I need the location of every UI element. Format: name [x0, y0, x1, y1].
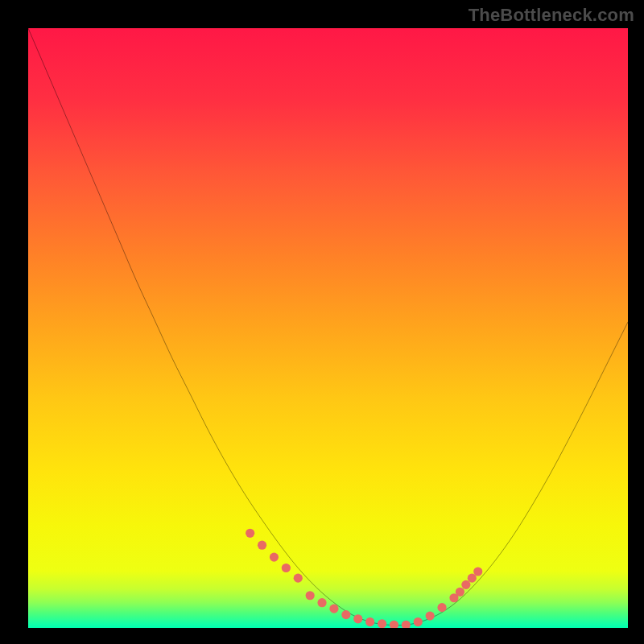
- watermark-text: TheBottleneck.com: [469, 5, 634, 26]
- marker-dot: [353, 614, 362, 623]
- marker-dot: [426, 612, 435, 621]
- marker-dot: [437, 603, 446, 612]
- marker-dot: [270, 553, 279, 562]
- marker-dot: [365, 617, 374, 626]
- bottleneck-curve: [28, 28, 628, 625]
- chart-svg: [28, 28, 628, 628]
- marker-dot: [390, 621, 398, 628]
- marker-dot: [329, 605, 338, 613]
- marker-dot: [258, 541, 266, 550]
- marker-dot: [317, 598, 326, 607]
- marker-dot: [378, 619, 386, 628]
- marker-dot: [246, 529, 254, 538]
- marker-dot: [456, 588, 464, 597]
- marker-dots: [246, 529, 482, 628]
- marker-dot: [414, 617, 423, 626]
- marker-dot: [341, 610, 350, 619]
- marker-dot: [473, 567, 482, 576]
- marker-dot: [306, 591, 315, 600]
- marker-dot: [282, 564, 291, 572]
- chart-frame: TheBottleneck.com: [0, 0, 644, 644]
- plot-area: [28, 28, 628, 628]
- marker-dot: [402, 621, 411, 628]
- marker-dot: [294, 574, 303, 583]
